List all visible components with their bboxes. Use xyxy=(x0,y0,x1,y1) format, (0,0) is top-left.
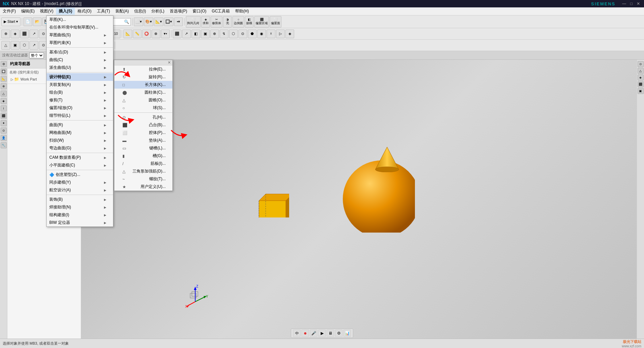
tb2-btn19[interactable]: ⊙ xyxy=(238,30,247,38)
insert-creative[interactable]: 🔷 创意塑型(Z)... xyxy=(47,171,113,179)
menu-item-view[interactable]: 视图(V) xyxy=(37,8,56,15)
left-icon-5[interactable]: △ xyxy=(1,91,7,97)
bt-btn-screen[interactable]: 🖥 xyxy=(327,330,334,337)
insert-sync[interactable]: 同步建模(Y) ▶ xyxy=(47,179,113,186)
left-icon-12[interactable]: 🔧 xyxy=(1,142,7,148)
new-button[interactable]: 📄 xyxy=(23,17,32,26)
feature-btn1[interactable]: ⬜阵列几何 xyxy=(186,16,201,28)
df-groove[interactable]: ▮ 槽(G)... xyxy=(114,152,172,160)
insert-combine[interactable]: 组合(B) ▶ xyxy=(47,89,113,96)
menu-item-tools[interactable]: 工具(T) xyxy=(94,8,113,15)
tb2-btn1[interactable]: ⊕ xyxy=(1,30,10,38)
feature-btn5[interactable]: ○边倒圆 xyxy=(232,16,244,28)
menu-item-window[interactable]: 窗口(O) xyxy=(190,8,209,15)
view-btn2[interactable]: 🎨▾ xyxy=(144,17,153,26)
tb2-btn18[interactable]: ⬡ xyxy=(229,30,238,38)
menu-item-format[interactable]: 格式(O) xyxy=(75,8,94,15)
df-cylinder[interactable]: ⬤ 圆柱体(C)... xyxy=(114,89,172,96)
insert-design-feature[interactable]: 设计特征(E) ▶ xyxy=(47,73,113,81)
feature-btn7[interactable]: ⬛偏置区域 xyxy=(254,16,269,28)
filter-dropdown[interactable]: 整个 xyxy=(29,52,44,58)
tb2-btn24[interactable]: ◈ xyxy=(285,30,294,38)
df-user-defined[interactable]: ★ 用户定义(U)... xyxy=(114,183,172,191)
open-button[interactable]: 📂 xyxy=(33,17,42,26)
df-keyway[interactable]: ▭ 键槽(L)... xyxy=(114,144,172,152)
tb2-btn14[interactable]: ◧ xyxy=(192,30,200,38)
tb2-btn17[interactable]: ↯ xyxy=(220,30,228,38)
left-icon-8[interactable]: ⬛ xyxy=(1,113,7,119)
left-icon-1[interactable]: ⚙ xyxy=(1,61,7,67)
menu-item-edit[interactable]: 编辑(E) xyxy=(18,8,37,15)
menu-item-file[interactable]: 文件(F) xyxy=(0,8,18,15)
menu-item-gc[interactable]: GC工具箱 xyxy=(209,8,232,15)
tb2-btn8[interactable]: 📏 xyxy=(133,30,142,38)
feature-btn6[interactable]: ◧拔模 xyxy=(245,16,254,28)
df-triangle-rib[interactable]: △ 三角形加强筋(D)... xyxy=(114,167,172,175)
tb2-btn3[interactable]: ⬛ xyxy=(20,30,29,38)
menu-item-info[interactable]: 信息(I) xyxy=(131,8,149,15)
df-rib[interactable]: / 筋板(I)... xyxy=(114,160,172,167)
start-button[interactable]: ▶ Start ▾ xyxy=(1,17,20,26)
bt-btn-mic[interactable]: 🎤 xyxy=(310,330,317,337)
right-icon-2[interactable]: △ xyxy=(638,68,644,74)
insert-structure[interactable]: 组构建接(I) ▶ xyxy=(47,211,113,219)
tb2-btn11[interactable]: ▾ ▾ xyxy=(161,30,170,38)
insert-flange[interactable]: 弯边曲面(G) ▶ xyxy=(47,144,113,152)
left-icon-2[interactable]: 🔲 xyxy=(1,68,7,74)
insert-trim[interactable]: 修剪(T) ▶ xyxy=(47,96,113,104)
search-icon[interactable]: 🔍 xyxy=(124,19,129,24)
menu-item-analysis[interactable]: 分析(L) xyxy=(149,8,167,15)
tb2-btn4[interactable]: ↗ xyxy=(30,30,38,38)
bt-btn-chart[interactable]: 📊 xyxy=(343,330,351,337)
tb2-btn21[interactable]: ◉ xyxy=(257,30,266,38)
menu-item-assembly[interactable]: 装配(A) xyxy=(113,8,131,15)
tb3-btn3[interactable]: ⬡ xyxy=(20,41,29,50)
tb2-btn15[interactable]: ▣ xyxy=(201,30,210,38)
tb2-btn13[interactable]: ↗ xyxy=(182,30,191,38)
insert-surface[interactable]: 曲面(R) ▶ xyxy=(47,121,113,129)
tb2-btn23[interactable]: ▷ xyxy=(276,30,285,38)
insert-assoc-copy[interactable]: 关联复制(A) ▶ xyxy=(47,81,113,89)
left-icon-10[interactable]: ⊙ xyxy=(1,128,7,134)
insert-sketch[interactable]: 草图(K)... xyxy=(47,16,113,23)
right-icon-5[interactable]: ▣ xyxy=(638,88,644,94)
feature-btn3[interactable]: ✂修剪体 xyxy=(211,16,222,28)
maximize-button[interactable]: □ xyxy=(629,1,634,6)
bt-btn-play[interactable]: ▶ xyxy=(318,330,326,337)
left-icon-3[interactable]: 📐 xyxy=(1,76,7,82)
df-pad[interactable]: ▬ 垫块(A)... xyxy=(114,137,172,144)
insert-cam[interactable]: CAM 数据查看(P) ▶ xyxy=(47,154,113,161)
bt-btn-dot[interactable]: ● xyxy=(302,330,309,337)
tb2-btn22[interactable]: ☓ xyxy=(267,30,275,38)
tb2-btn10[interactable]: ⊗ xyxy=(152,30,160,38)
left-icon-11[interactable]: 👤 xyxy=(1,135,7,141)
insert-derived[interactable]: 派生曲线(U) ▶ xyxy=(47,64,113,71)
insert-datum[interactable]: 基准/点(D) ▶ xyxy=(47,48,113,56)
view-btn1[interactable]: ⬜▾ xyxy=(134,17,143,26)
insert-curves[interactable]: 曲线(C) ▶ xyxy=(47,56,113,64)
insert-sweep[interactable]: 扫掠(W) ▶ xyxy=(47,137,113,144)
right-icon-1[interactable]: ⊙ xyxy=(638,61,644,67)
insert-facet[interactable]: 小平面建模(C) ▶ xyxy=(47,161,113,169)
left-icon-7[interactable]: i xyxy=(1,105,7,111)
tb2-btn20[interactable]: ⬟ xyxy=(248,30,257,38)
left-icon-9[interactable]: ✦ xyxy=(1,120,7,126)
left-icon-6[interactable]: ◈ xyxy=(1,98,7,104)
feature-btn4[interactable]: ◑壳 xyxy=(223,16,232,28)
submenu-close[interactable]: ✕ xyxy=(167,60,171,65)
right-icon-4[interactable]: ⬛ xyxy=(638,81,644,87)
insert-sketch-env[interactable]: 在任务环境中绘制草图(V)... xyxy=(47,23,113,31)
tb3-btn2[interactable]: ▣ xyxy=(11,41,19,50)
tb2-btn2[interactable]: ◈ xyxy=(11,30,19,38)
insert-weld[interactable]: 焊接助理(N) ▶ xyxy=(47,203,113,211)
view-btn3[interactable]: 📐▾ xyxy=(154,17,163,26)
tb2-btn9[interactable]: ⭕ xyxy=(142,30,151,38)
df-cone[interactable]: △ 圆锥(O)... xyxy=(114,96,172,104)
bt-btn-zhong[interactable]: 中 xyxy=(293,330,301,337)
minimize-button[interactable]: — xyxy=(621,1,628,6)
menu-item-help[interactable]: 帮助(H) xyxy=(232,8,252,15)
tb3-btn1[interactable]: △ xyxy=(1,41,10,50)
df-thread[interactable]: ~ 螺纹(T)... xyxy=(114,175,172,183)
insert-sketch-constraints[interactable]: 草图约束(K) ▶ xyxy=(47,39,113,47)
tb2-btn7[interactable]: 📐 xyxy=(123,30,132,38)
